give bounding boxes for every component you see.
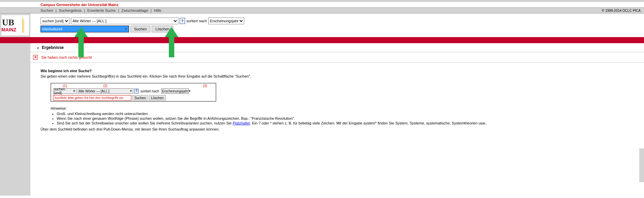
svg-marker-4: [74, 27, 88, 57]
hints-section: Hinweise: Groß- und Kleinschreibung werd…: [51, 106, 637, 125]
nav-erweiterte-suche[interactable]: Erweiterte Suche: [87, 8, 116, 12]
nav-suchergebnis[interactable]: Suchergebnis: [59, 8, 81, 12]
bullet-icon: [37, 47, 39, 49]
hint-item: Wenn Sie nach einer genauen Wortfolge (P…: [57, 116, 637, 120]
example-sort-label: sortiert nach: [140, 89, 159, 93]
logo: UB MAINZ GERMERSHEIM: [1, 15, 29, 35]
notice-row: ✕ Sie haben noch nichts gesucht: [30, 52, 644, 63]
annotation-arrow-2: [165, 27, 178, 57]
annotation-arrow-1: [74, 27, 88, 57]
help-content: Wie beginne ich eine Suche? Sie geben ei…: [30, 63, 644, 139]
header-title-bar: Campus Germersheim der Universität Mainz: [0, 2, 644, 7]
results-heading: Ergebnisse: [42, 45, 64, 50]
svg-text:UB: UB: [2, 18, 14, 27]
right-gray-strip: [639, 148, 644, 182]
example-input: Suchfeld: Bitte geben Sie hier Ihre Such…: [53, 95, 131, 101]
content-area: suchen [und] Alle Wörter --- [ALL:] ? so…: [30, 13, 644, 196]
hints-footer: Über dem Suchfeld befinden sich drei Pul…: [41, 127, 637, 131]
search-button[interactable]: Suchen: [130, 26, 150, 32]
search-area: suchen [und] Alle Wörter --- [ALL:] ? so…: [30, 13, 644, 37]
hint-item: Sind Sie sich bei der Schreibweise unsic…: [57, 121, 637, 125]
example-clear-btn: Löschen: [149, 95, 166, 101]
hints-title: Hinweise:: [51, 106, 67, 110]
nav-bar: Suchen | Suchergebnis | Erweiterte Suche…: [0, 7, 644, 13]
nav-links: Suchen | Suchergebnis | Erweiterte Suche…: [41, 8, 161, 12]
example-help-icon: ?: [134, 89, 138, 93]
example-sort-select: Erscheinungsjahr▼: [161, 88, 189, 94]
nav-hilfe[interactable]: Hilfe: [154, 8, 161, 12]
example-field-select: Alle Wörter — [ALL:]▼: [78, 88, 133, 94]
example-mode-select: suchen [und]▼: [53, 88, 77, 94]
example-box: (1) (2) (3) suchen [und]▼ Alle Wörter — …: [51, 83, 216, 102]
svg-marker-5: [165, 27, 178, 57]
svg-text:MAINZ: MAINZ: [1, 27, 17, 32]
nav-suchen[interactable]: Suchen: [41, 8, 53, 12]
svg-text:GERMERSHEIM: GERMERSHEIM: [23, 20, 25, 33]
field-help-button[interactable]: ?: [180, 18, 185, 24]
help-intro: Sie geben einen oder mehrere Suchbegriff…: [41, 74, 637, 78]
example-label-2: (2): [77, 84, 134, 88]
copyright-text: © 1998-2014 OCLC PICA: [602, 9, 641, 12]
hint-item: Groß- und Kleinschreibung werden nicht u…: [57, 112, 637, 116]
placeholder-link[interactable]: Platzhalter: [233, 121, 250, 125]
nav-zwischenablage[interactable]: Zwischenablage: [121, 8, 148, 12]
notice-x-icon: ✕: [33, 55, 38, 60]
search-field-select[interactable]: Alle Wörter --- [ALL:]: [71, 18, 178, 24]
red-bar: [0, 37, 644, 43]
help-title: Wie beginne ich eine Suche?: [41, 69, 92, 73]
clear-input-icon[interactable]: ✕: [124, 27, 128, 31]
example-label-3: (3): [134, 84, 214, 88]
example-search-btn: Suchen: [132, 95, 148, 101]
results-heading-row: Ergebnisse: [30, 43, 644, 52]
sort-label: sortiert nach: [186, 19, 207, 23]
site-title-link[interactable]: Campus Germersheim der Universität Mainz: [41, 3, 119, 7]
sort-select[interactable]: Erscheinungsjahr: [208, 18, 244, 24]
search-mode-select[interactable]: suchen [und]: [41, 18, 70, 24]
